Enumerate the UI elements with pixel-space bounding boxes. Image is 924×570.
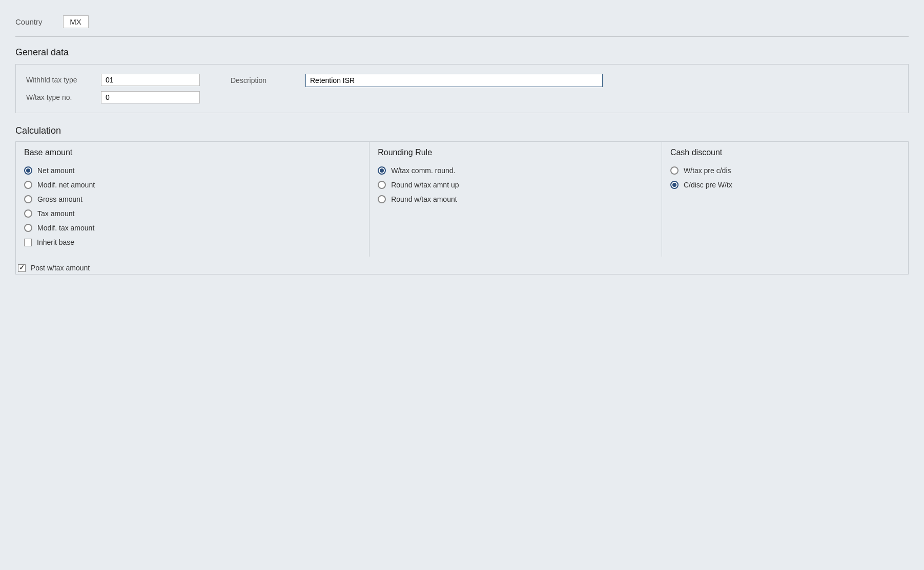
inherit-base-option: Inherit base bbox=[24, 238, 361, 246]
modif-tax-option: Modif. tax amount bbox=[24, 224, 361, 232]
tax-amount-label[interactable]: Tax amount bbox=[37, 209, 74, 218]
description-label: Description bbox=[231, 76, 297, 85]
net-amount-label[interactable]: Net amount bbox=[37, 166, 74, 175]
wtax-pre-label[interactable]: W/tax pre c/dis bbox=[684, 166, 731, 175]
wtax-no-label: W/tax type no. bbox=[26, 93, 93, 101]
net-amount-radio[interactable] bbox=[24, 166, 32, 175]
gross-amount-label[interactable]: Gross amount bbox=[37, 195, 83, 203]
tax-amount-option: Tax amount bbox=[24, 209, 361, 218]
wtax-pre-option: W/tax pre c/dis bbox=[670, 166, 900, 175]
modif-tax-radio[interactable] bbox=[24, 224, 32, 232]
left-fields: Withhld tax type W/tax type no. bbox=[26, 74, 200, 103]
round-up-label[interactable]: Round w/tax amnt up bbox=[391, 181, 459, 189]
rounding-rule-header: Rounding Rule bbox=[378, 148, 653, 159]
withhld-tax-input[interactable] bbox=[101, 74, 200, 86]
gross-amount-radio[interactable] bbox=[24, 195, 32, 203]
wtax-comm-option: W/tax comm. round. bbox=[378, 166, 653, 175]
wtax-comm-label[interactable]: W/tax comm. round. bbox=[391, 166, 455, 175]
modif-net-radio[interactable] bbox=[24, 181, 32, 189]
cdisc-pre-label[interactable]: C/disc pre W/tx bbox=[684, 181, 732, 189]
round-amount-radio[interactable] bbox=[378, 195, 386, 203]
general-data-box: Withhld tax type W/tax type no. Descript… bbox=[15, 64, 909, 113]
gross-amount-option: Gross amount bbox=[24, 195, 361, 203]
round-amount-label[interactable]: Round w/tax amount bbox=[391, 195, 457, 203]
cash-discount-header: Cash discount bbox=[670, 148, 900, 159]
cdisc-pre-radio[interactable] bbox=[670, 181, 679, 189]
base-amount-header: Base amount bbox=[24, 148, 361, 159]
country-row: Country MX bbox=[15, 10, 909, 36]
withhld-tax-row: Withhld tax type bbox=[26, 74, 200, 86]
inherit-base-checkbox[interactable] bbox=[24, 239, 32, 246]
general-data-section: General data Withhld tax type W/tax type… bbox=[15, 47, 909, 113]
calc-columns: Base amount Net amount Modif. net amount… bbox=[16, 142, 908, 257]
inherit-base-label[interactable]: Inherit base bbox=[37, 238, 74, 246]
wtax-no-input[interactable] bbox=[101, 91, 200, 103]
section-divider bbox=[15, 36, 909, 37]
modif-net-label[interactable]: Modif. net amount bbox=[37, 181, 95, 189]
base-amount-col: Base amount Net amount Modif. net amount… bbox=[16, 142, 369, 257]
wtax-no-row: W/tax type no. bbox=[26, 91, 200, 103]
round-amount-option: Round w/tax amount bbox=[378, 195, 653, 203]
calculation-box: Base amount Net amount Modif. net amount… bbox=[15, 141, 909, 275]
modif-tax-label[interactable]: Modif. tax amount bbox=[37, 224, 94, 232]
rounding-rule-col: Rounding Rule W/tax comm. round. Round w… bbox=[369, 142, 662, 257]
wtax-pre-radio[interactable] bbox=[670, 166, 679, 175]
modif-net-option: Modif. net amount bbox=[24, 181, 361, 189]
post-wtax-row: Post w/tax amount bbox=[16, 257, 908, 274]
post-wtax-label[interactable]: Post w/tax amount bbox=[31, 264, 90, 272]
country-label: Country bbox=[15, 17, 43, 26]
post-wtax-checkbox[interactable] bbox=[18, 264, 26, 272]
general-data-inner: Withhld tax type W/tax type no. Descript… bbox=[26, 74, 898, 103]
round-up-radio[interactable] bbox=[378, 181, 386, 189]
description-group: Description bbox=[231, 74, 603, 87]
calculation-title: Calculation bbox=[15, 125, 909, 136]
tax-amount-radio[interactable] bbox=[24, 209, 32, 218]
withhld-tax-label: Withhld tax type bbox=[26, 76, 93, 84]
general-data-title: General data bbox=[15, 47, 909, 58]
wtax-comm-radio[interactable] bbox=[378, 166, 386, 175]
cdisc-pre-option: C/disc pre W/tx bbox=[670, 181, 900, 189]
description-input[interactable] bbox=[305, 74, 603, 87]
cash-discount-col: Cash discount W/tax pre c/dis C/disc pre… bbox=[662, 142, 908, 257]
country-value: MX bbox=[63, 15, 89, 28]
round-up-option: Round w/tax amnt up bbox=[378, 181, 653, 189]
calculation-section: Calculation Base amount Net amount Modif… bbox=[15, 125, 909, 275]
net-amount-option: Net amount bbox=[24, 166, 361, 175]
